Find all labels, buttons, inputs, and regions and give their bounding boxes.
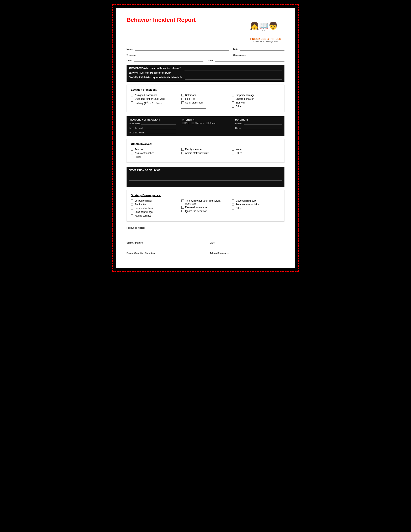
classroom-input[interactable] [247,53,285,56]
date-input[interactable] [240,47,285,50]
location-item-hallway: Hallway (1st or 2nd floor) [131,101,179,105]
checkbox-family-contact[interactable] [131,214,134,217]
location-col2: Bathroom Field Trip Other classroom [182,94,230,109]
classroom-field: Classroom: [233,53,285,56]
others-col1: Teacher Assistant teacher Peers [131,148,179,159]
checkbox-time-other-adult[interactable] [182,200,184,202]
location-item-unsafe: Unsafe behavior [232,97,280,100]
checkbox-bathroom[interactable] [182,94,184,96]
duration-fields: Minutes: Hours: [235,122,282,129]
checkbox-outside[interactable] [131,98,134,100]
checkbox-property[interactable] [232,94,234,96]
intensity-severe: Severe [206,122,216,124]
intensity-mild: Mild [182,122,189,124]
dob-input[interactable] [134,58,203,62]
consequence-row: CONSEQUENCE (What happened after the beh… [129,76,282,80]
intensity-label: INTENSITY: [182,118,229,121]
consequence-label: CONSEQUENCE (What happened after the beh… [129,76,182,80]
parent-sig-field: Parent/Guardian Signature: [126,252,201,259]
strategy-item-time-other-adult: Time with other adult in different class… [182,199,230,205]
name-input[interactable] [135,47,229,50]
bottom-section: Follow-up Notes: Staff Signature: Date: … [126,226,285,259]
checkbox-fieldtrip[interactable] [182,98,184,100]
checkbox-none[interactable] [232,148,234,151]
checkbox-removal-item[interactable] [131,207,134,209]
behavior-row: BEHAVIOR (Describe the specific behavior… [129,72,282,75]
parent-sig-line [126,255,201,259]
location-item-outside: Outside(Front or Back yard) [131,97,179,100]
frequency-label: FREQUENCY OF BEHAVIOR: [129,118,176,121]
others-item-admin: Admin staff/substitute [182,152,230,155]
times-month-row: Times this month: [129,131,176,134]
strategy-item-remove-activity: Remove from activity [232,203,280,206]
outer-border: Behavior Incident Report 👧📖👦 B A FRECKLE… [112,4,299,272]
follow-up-line2 [126,234,285,238]
logo-area: 👧📖👦 B A FRECKLES & FRILLS Child Care & L… [247,17,285,43]
checkbox-asst-teacher[interactable] [131,152,134,154]
dob-field: DOB: [126,58,203,62]
location-item-other-classroom: Other classroom [182,101,230,104]
location-item-stairwell: Stairwell [232,101,280,104]
checkbox-redirection[interactable] [131,203,134,206]
location-col1: Assigned classroom Outside(Front or Back… [131,94,179,109]
others-involved-section: Others Involved: Teacher Assistant teach… [126,139,285,163]
location-other-line [182,105,206,109]
checkbox-assigned[interactable] [131,94,134,96]
minutes-line [244,122,282,125]
teacher-input[interactable] [137,53,229,56]
strategy-item-loss-priv: Loss of privilege [131,210,179,213]
intensity-moderate: Moderate [191,122,204,124]
page: Behavior Incident Report 👧📖👦 B A FRECKLE… [116,8,295,268]
others-checkbox-grid: Teacher Assistant teacher Peers [131,148,280,159]
date-field: Date: [233,47,285,50]
name-field: Name: [126,47,229,50]
behavior-metrics-section: FREQUENCY OF BEHAVIOR: Times today: Time… [126,116,285,136]
strategy-item-redirection: Redirection [131,203,179,206]
checkbox-loss-priv[interactable] [131,211,134,213]
checkbox-family[interactable] [182,148,184,151]
follow-up-line1 [126,229,285,233]
behavior-line [174,72,282,75]
checkbox-remove-activity[interactable] [232,203,234,206]
checkbox-stairwell[interactable] [232,101,234,104]
dark-info-section: ANTECEDENT (What happened before the beh… [126,65,285,82]
location-col3: Property damage Unsafe behavior Stairwel… [232,94,280,109]
parent-sig-row: Parent/Guardian Signature: Admin Signatu… [126,252,285,259]
checkbox-removal-class[interactable] [182,206,184,209]
duration-label: DURATION: [235,118,282,121]
others-col2: Family member Admin staff/substitute [182,148,230,159]
logo-name: FRECKLES & FRILLS [247,38,285,40]
checkbox-moderate[interactable] [191,122,194,124]
checkbox-ignore[interactable] [182,210,184,212]
checkbox-verbal[interactable] [131,200,134,202]
checkbox-teacher[interactable] [131,148,134,151]
checkbox-other-strat[interactable] [232,207,234,209]
teacher-field: Teacher: [126,53,229,56]
date-sig-line [210,245,285,249]
location-section: Location of Incident: Assigned classroom… [126,85,285,112]
checkbox-hallway[interactable] [131,101,134,104]
description-line2 [129,177,282,180]
description-line3 [129,182,282,185]
logo-subtitle: Child Care & Learning Center [247,40,285,43]
checkbox-peers[interactable] [131,156,134,158]
checkbox-other-others[interactable] [232,152,234,154]
strategy-item-move-group: Move within group [232,199,280,202]
time-input[interactable] [215,58,285,62]
others-item-other: Other [232,152,280,155]
consequence-line [185,76,282,80]
checkbox-unsafe[interactable] [232,98,234,100]
parent-sig-label: Parent/Guardian Signature: [126,252,201,254]
checkbox-other-classroom[interactable] [182,101,184,104]
checkbox-mild[interactable] [182,122,184,124]
checkbox-severe[interactable] [206,122,209,124]
intensity-block: INTENSITY: Mild Moderate Severe [182,118,229,134]
location-title: Location of Incident: [131,88,280,91]
location-checkbox-grid: Assigned classroom Outside(Front or Back… [131,94,280,109]
antecedent-line [184,67,282,70]
strategy-col2: Time with other adult in different class… [182,199,230,218]
checkbox-move-group[interactable] [232,200,234,202]
checkbox-other3[interactable] [232,105,234,108]
checkbox-admin[interactable] [182,152,184,154]
strategy-section: Strategy/Consequence: Verbal reminder Re… [126,190,285,221]
